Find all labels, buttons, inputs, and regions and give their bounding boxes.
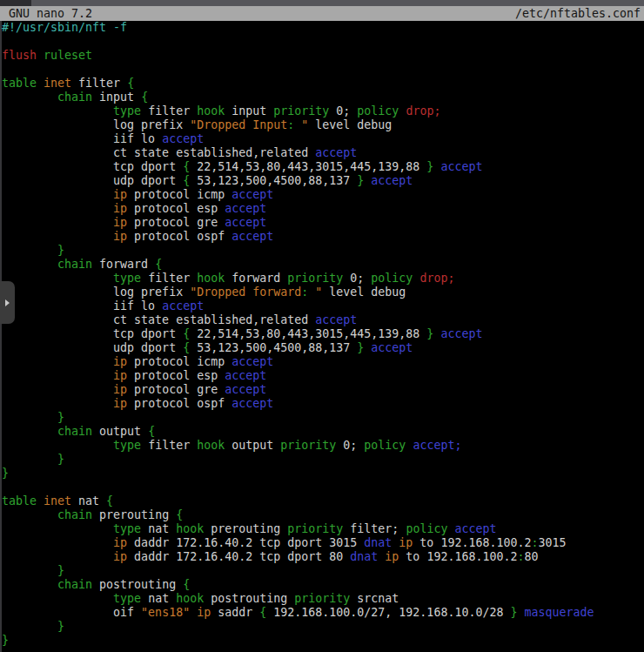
- code-line[interactable]: chain output {: [2, 425, 644, 439]
- code-line[interactable]: }: [2, 564, 644, 578]
- code-token: [2, 620, 57, 633]
- code-line[interactable]: type nat hook postrouting priority srcna…: [2, 592, 644, 606]
- code-line[interactable]: ip protocol icmp accept: [2, 355, 644, 369]
- code-token: to 192.168.100.2: [399, 550, 517, 563]
- code-line[interactable]: }: [2, 634, 644, 648]
- code-line[interactable]: flush ruleset: [2, 49, 644, 63]
- code-line[interactable]: log prefix "Dropped Input: " level debug: [2, 118, 644, 132]
- code-token: udp dport: [2, 174, 183, 187]
- code-token: chain: [57, 425, 92, 438]
- code-token: ip: [113, 188, 127, 201]
- code-line[interactable]: udp dport { 53,123,500,4500,88,137 } acc…: [2, 174, 644, 188]
- code-token: ruleset: [44, 49, 92, 62]
- code-line[interactable]: ip protocol esp accept: [2, 369, 644, 383]
- code-line[interactable]: chain postrouting {: [2, 578, 644, 592]
- code-token: }: [57, 244, 64, 257]
- code-token: [2, 550, 113, 563]
- code-token: [2, 592, 113, 605]
- code-line[interactable]: ip daddr 172.16.40.2 tcp dport 3015 dnat…: [2, 536, 644, 550]
- code-token: level debug: [322, 286, 406, 299]
- code-token: protocol icmp: [127, 355, 231, 368]
- code-token: accept: [231, 230, 273, 243]
- code-line[interactable]: log prefix "Dropped forward: " level deb…: [2, 286, 644, 299]
- code-line[interactable]: }: [2, 467, 644, 481]
- code-token: type: [113, 522, 141, 535]
- code-token: accept: [454, 522, 496, 535]
- code-token: [2, 104, 113, 118]
- console-sidebar-handle[interactable]: [0, 281, 15, 324]
- code-token: daddr 172.16.40.2 tcp dport 80: [127, 550, 350, 563]
- code-line[interactable]: }: [2, 453, 644, 467]
- code-token: masquerade: [524, 606, 594, 619]
- code-token: drop;: [406, 104, 440, 118]
- code-token: to 192.168.100.2: [413, 536, 531, 549]
- code-token: policy: [364, 439, 406, 452]
- code-token: protocol icmp: [127, 188, 231, 201]
- code-line[interactable]: iif lo accept: [2, 132, 644, 146]
- code-line[interactable]: table inet filter {: [2, 77, 644, 91]
- code-token: accept: [162, 299, 204, 313]
- code-line[interactable]: ip protocol gre accept: [2, 216, 644, 230]
- code-line[interactable]: oif "ens18" ip saddr { 192.168.100.0/27,…: [2, 606, 644, 620]
- code-line[interactable]: ip protocol icmp accept: [2, 188, 644, 202]
- terminal-window: GNU nano 7.2 /etc/nftables.conf #!/usr/s…: [0, 0, 644, 652]
- code-token: flush: [2, 49, 37, 62]
- code-token: filter: [141, 104, 197, 118]
- code-line[interactable]: #!/usr/sbin/nft -f: [2, 21, 644, 35]
- code-token: ": [294, 118, 308, 131]
- code-line[interactable]: }: [2, 244, 644, 258]
- code-token: 53,123,500,4500,88,137: [190, 341, 357, 354]
- code-token: [2, 244, 57, 257]
- code-line[interactable]: ip protocol gre accept: [2, 383, 644, 397]
- code-line[interactable]: chain input {: [2, 91, 644, 104]
- code-token: forward: [92, 258, 155, 271]
- code-token: hook: [197, 272, 225, 285]
- code-token: #!/usr/sbin/nft -f: [2, 21, 127, 34]
- code-token: ": [308, 286, 322, 299]
- code-line[interactable]: ct state established,related accept: [2, 313, 644, 327]
- code-line[interactable]: [2, 481, 644, 494]
- code-line[interactable]: ip protocol esp accept: [2, 202, 644, 216]
- code-token: filter: [71, 77, 127, 90]
- code-token: ip: [197, 606, 211, 619]
- code-token: [2, 272, 113, 285]
- code-token: priority: [280, 439, 336, 452]
- code-token: ip: [113, 536, 127, 549]
- code-token: table: [2, 77, 37, 90]
- code-token: hook: [176, 522, 204, 535]
- editor-buffer[interactable]: #!/usr/sbin/nft -fflush rulesettable ine…: [0, 21, 644, 652]
- code-token: udp dport: [2, 341, 183, 354]
- code-line[interactable]: type nat hook prerouting priority filter…: [2, 522, 644, 536]
- code-token: accept: [231, 355, 273, 368]
- code-token: ip: [113, 397, 127, 410]
- code-token: 22,514,53,80,443,3015,445,139,88: [190, 327, 426, 340]
- code-token: 0;: [336, 439, 364, 452]
- code-token: [37, 494, 44, 507]
- code-line[interactable]: type filter hook input priority 0; polic…: [2, 104, 644, 118]
- code-line[interactable]: ip daddr 172.16.40.2 tcp dport 80 dnat i…: [2, 550, 644, 564]
- code-line[interactable]: iif lo accept: [2, 299, 644, 313]
- code-token: oif: [2, 606, 141, 619]
- code-token: inet: [44, 77, 71, 90]
- code-token: accept: [371, 341, 413, 354]
- code-token: accept: [162, 132, 204, 145]
- code-line[interactable]: }: [2, 411, 644, 425]
- code-line[interactable]: ct state established,related accept: [2, 146, 644, 160]
- code-token: filter: [141, 272, 197, 285]
- code-token: daddr 172.16.40.2 tcp dport 3015: [127, 536, 364, 549]
- code-token: {: [148, 425, 155, 438]
- code-line[interactable]: chain forward {: [2, 258, 644, 272]
- code-line[interactable]: type filter hook output priority 0; poli…: [2, 439, 644, 453]
- code-line[interactable]: ip protocol ospf accept: [2, 397, 644, 411]
- code-line[interactable]: [2, 35, 644, 49]
- code-line[interactable]: type filter hook forward priority 0; pol…: [2, 272, 644, 286]
- code-line[interactable]: table inet nat {: [2, 494, 644, 508]
- code-line[interactable]: [2, 63, 644, 77]
- code-line[interactable]: udp dport { 53,123,500,4500,88,137 } acc…: [2, 341, 644, 355]
- code-line[interactable]: ip protocol ospf accept: [2, 230, 644, 244]
- code-line[interactable]: chain prerouting {: [2, 508, 644, 522]
- code-token: [2, 522, 113, 535]
- code-line[interactable]: tcp dport { 22,514,53,80,443,3015,445,13…: [2, 160, 644, 174]
- code-line[interactable]: tcp dport { 22,514,53,80,443,3015,445,13…: [2, 327, 644, 341]
- code-line[interactable]: }: [2, 620, 644, 634]
